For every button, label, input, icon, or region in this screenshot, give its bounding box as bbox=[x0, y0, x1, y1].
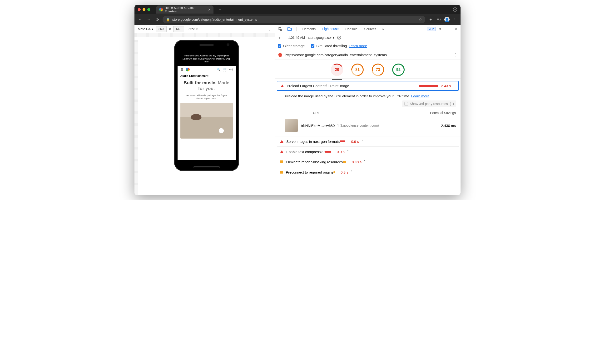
resource-thumbnail bbox=[285, 119, 298, 132]
caret-down-icon: ▾ bbox=[333, 36, 334, 40]
audit-preconnect[interactable]: Preconnect to required origins 0.3 s ˅ bbox=[277, 167, 459, 177]
close-window-button[interactable] bbox=[138, 8, 141, 11]
chevron-down-icon: ˅ bbox=[364, 160, 366, 164]
tab-sources[interactable]: Sources bbox=[361, 25, 379, 33]
inspect-element-icon[interactable] bbox=[276, 25, 284, 33]
more-tabs-icon[interactable]: » bbox=[380, 25, 386, 33]
google-logo-icon[interactable] bbox=[186, 68, 190, 71]
profile-avatar-icon[interactable]: 👤 bbox=[444, 17, 450, 22]
devtools-menu-icon[interactable]: ⋮ bbox=[444, 25, 452, 33]
third-party-count: (1) bbox=[450, 102, 454, 106]
third-party-checkbox bbox=[404, 102, 408, 106]
device-toggle-icon[interactable] bbox=[285, 25, 294, 33]
tab-lighthouse[interactable]: Lighthouse bbox=[319, 25, 341, 33]
sim-throttle-checkbox[interactable] bbox=[311, 44, 314, 48]
learn-more-link[interactable]: Learn more bbox=[349, 44, 367, 48]
device-toolbar: Moto G4 ▾ × 65% ▾ ⋮ bbox=[135, 25, 275, 33]
svg-rect-1 bbox=[288, 28, 290, 30]
score-seo[interactable]: 92 bbox=[392, 64, 405, 76]
tab-elements[interactable]: Elements bbox=[299, 25, 319, 33]
browser-tab[interactable]: Home Stereo & Audio Entertain ✕ bbox=[156, 6, 213, 14]
audit-text-compression[interactable]: Enable text compression 0.9 s ˅ bbox=[277, 147, 459, 157]
zoom-value: 65% bbox=[189, 27, 195, 31]
messages-badge[interactable]: 🗨 2 bbox=[427, 27, 436, 31]
extensions-icon[interactable]: ✦ bbox=[427, 16, 434, 23]
warn-icon bbox=[280, 160, 283, 163]
device-preview-pane: Moto G4 ▾ × 65% ▾ ⋮ bbox=[135, 25, 275, 195]
caret-down-icon: ▾ bbox=[196, 27, 198, 31]
device-toolbar-menu-icon[interactable]: ⋮ bbox=[268, 27, 271, 31]
audit-title: Preload Largest Contentful Paint image bbox=[287, 84, 349, 88]
chevron-down-icon: ˅ bbox=[351, 170, 353, 174]
ruler-vertical bbox=[135, 40, 138, 195]
close-tab-icon[interactable]: ✕ bbox=[208, 8, 211, 11]
browser-window: Home Stereo & Audio Entertain ✕ ＋ ← → ⟳ … bbox=[135, 5, 460, 195]
audit-learn-more-link[interactable]: Learn more bbox=[411, 94, 430, 98]
audit-title: Serve images in next-gen formats bbox=[286, 140, 340, 143]
chevron-up-icon: ˄ bbox=[453, 84, 455, 88]
audit-description: Preload the image used by the LCP elemen… bbox=[275, 91, 460, 99]
tab-console[interactable]: Console bbox=[342, 25, 360, 33]
hamburger-icon[interactable]: ☰ bbox=[180, 68, 184, 71]
width-input[interactable] bbox=[156, 26, 167, 32]
back-button[interactable]: ← bbox=[137, 16, 143, 23]
audit-preload-lcp[interactable]: Preload Largest Contentful Paint image 2… bbox=[277, 81, 459, 91]
audit-title: Eliminate render-blocking resources bbox=[286, 160, 343, 164]
hero-headline: Built for music. Made for you. bbox=[177, 79, 236, 93]
audit-table-header: URL Potential Savings bbox=[275, 110, 460, 117]
new-report-button[interactable]: ＋ bbox=[277, 35, 282, 41]
score-performance[interactable]: 20 bbox=[331, 64, 343, 76]
devtools-close-icon[interactable]: ✕ bbox=[453, 25, 459, 33]
tabs-expand-icon[interactable] bbox=[453, 7, 457, 12]
dimension-times: × bbox=[169, 27, 171, 31]
media-panel-icon[interactable]: ≡♪ bbox=[436, 16, 442, 23]
resource-path: /rbNNiE4oM…=w680 bbox=[301, 124, 335, 128]
audit-nextgen-images[interactable]: Serve images in next-gen formats 0.9 s ˅ bbox=[277, 136, 459, 147]
clear-icon[interactable] bbox=[337, 36, 341, 40]
report-url: https://store.google.com/category/audio_… bbox=[285, 53, 387, 57]
audit-value: 0.9 s bbox=[351, 140, 359, 143]
height-input[interactable] bbox=[173, 26, 184, 32]
lock-icon: 🔒 bbox=[166, 18, 170, 21]
svg-rect-2 bbox=[290, 28, 291, 30]
col-url: URL bbox=[313, 111, 320, 115]
cart-icon[interactable]: 🛒 bbox=[223, 68, 227, 71]
score-best-practices[interactable]: 73 bbox=[372, 64, 384, 76]
third-party-label: Show 3rd-party resources bbox=[410, 102, 448, 106]
audit-render-blocking[interactable]: Eliminate render-blocking resources 0.49… bbox=[277, 157, 459, 167]
chrome-menu-icon[interactable]: ⋮ bbox=[452, 16, 458, 23]
audit-value: 2.43 s bbox=[441, 84, 451, 88]
fail-icon bbox=[280, 150, 283, 153]
minimize-window-button[interactable] bbox=[142, 8, 145, 11]
camera-icon bbox=[227, 43, 229, 46]
new-tab-button[interactable]: ＋ bbox=[218, 7, 222, 12]
third-party-toggle[interactable]: Show 3rd-party resources (1) bbox=[402, 100, 456, 107]
home-bar bbox=[193, 166, 220, 168]
address-bar[interactable]: 🔒 store.google.com/category/audio_entert… bbox=[163, 16, 425, 23]
clear-storage-label: Clear storage bbox=[283, 44, 305, 48]
third-party-toggle-row: Show 3rd-party resources (1) bbox=[275, 99, 460, 110]
warn-icon bbox=[280, 171, 283, 174]
report-select[interactable]: 1:01:49 AM - store.google.cor ▾ bbox=[288, 36, 335, 40]
settings-gear-icon[interactable]: ⚙ bbox=[437, 25, 443, 33]
account-icon[interactable]: ● bbox=[229, 68, 233, 71]
bookmark-icon[interactable]: ☆ bbox=[419, 18, 422, 21]
chevron-down-icon: ˅ bbox=[361, 139, 363, 143]
zoom-select[interactable]: 65% ▾ bbox=[189, 27, 198, 31]
maximize-window-button[interactable] bbox=[147, 8, 150, 11]
device-select[interactable]: Moto G4 ▾ bbox=[138, 27, 153, 31]
clear-storage-checkbox[interactable] bbox=[278, 44, 281, 48]
forward-button: → bbox=[145, 16, 152, 23]
hero-sub: Get started with audio packages that fit… bbox=[177, 93, 236, 101]
device-name: Moto G4 bbox=[138, 27, 151, 31]
reload-button[interactable]: ⟳ bbox=[154, 16, 161, 23]
resource-savings: 2,430 ms bbox=[441, 124, 456, 128]
score-accessibility[interactable]: 81 bbox=[351, 64, 364, 76]
devtools-tabstrip: Elements Lighthouse Console Sources » 🗨 … bbox=[275, 25, 460, 33]
search-icon[interactable]: 🔍 bbox=[217, 68, 221, 71]
page-viewport[interactable]: There's still time. Get free two-day shi… bbox=[177, 52, 236, 160]
report-menu-icon[interactable]: ⋮ bbox=[454, 53, 458, 57]
fail-icon bbox=[280, 140, 283, 143]
message-count: 2 bbox=[432, 27, 434, 31]
caret-down-icon: ▾ bbox=[152, 27, 153, 31]
